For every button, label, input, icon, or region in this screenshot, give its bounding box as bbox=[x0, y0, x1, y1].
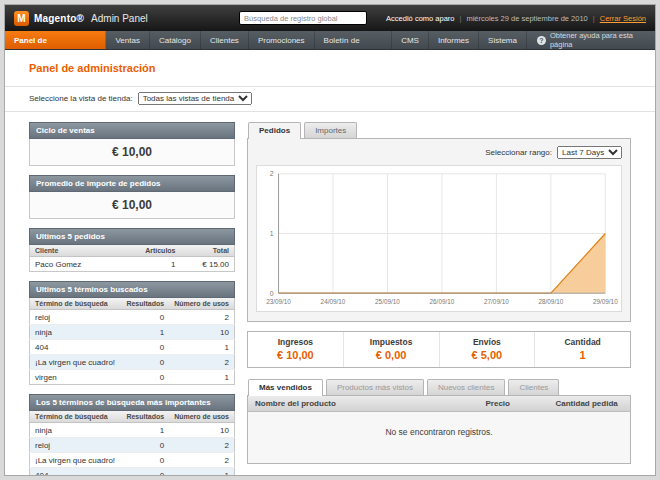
column-header: Resultados bbox=[121, 411, 169, 423]
svg-text:24/09/10: 24/09/10 bbox=[321, 298, 346, 305]
table-row[interactable]: 404 0 1 bbox=[30, 468, 235, 476]
column-header: Término de búsqueda bbox=[30, 411, 122, 423]
products-table: Nombre del producto Precio Cantidad pedi… bbox=[247, 396, 631, 464]
nav-item-reports[interactable]: Informes bbox=[429, 31, 479, 49]
stat-value: € 10,00 bbox=[248, 349, 343, 361]
header-separator: | bbox=[459, 14, 461, 23]
nav-item-customers[interactable]: Clientes bbox=[201, 31, 249, 49]
header-separator: | bbox=[593, 14, 595, 23]
cell-term: 404 bbox=[30, 340, 122, 355]
store-view-select[interactable]: Todas las vistas de tienda bbox=[138, 92, 252, 105]
cell-total: € 15.00 bbox=[181, 257, 235, 272]
svg-text:29/09/10: 29/09/10 bbox=[593, 298, 618, 305]
svg-text:23/09/10: 23/09/10 bbox=[266, 298, 291, 305]
table-row[interactable]: 404 0 1 bbox=[30, 340, 235, 355]
magento-logo-icon: M bbox=[14, 11, 29, 26]
cell-results: 0 bbox=[121, 453, 169, 468]
lifetime-sales-header: Ciclo de ventas bbox=[29, 122, 235, 139]
cell-term: ninja bbox=[30, 423, 122, 438]
nav-item-dashboard[interactable]: Panel de administración bbox=[5, 31, 106, 49]
table-row[interactable]: virgen 0 1 bbox=[30, 370, 235, 385]
help-link[interactable]: ? Obtener ayuda para esta página bbox=[527, 31, 655, 49]
cell-uses: 2 bbox=[169, 438, 234, 453]
tab-customers[interactable]: Clientes bbox=[508, 379, 559, 395]
cell-results: 0 bbox=[121, 340, 169, 355]
nav-item-system[interactable]: Sistema bbox=[479, 31, 527, 49]
tab-most-viewed[interactable]: Productos más vistos bbox=[326, 379, 424, 395]
range-label: Seleccionar rango: bbox=[485, 148, 552, 157]
table-row[interactable]: ninja 1 10 bbox=[30, 325, 235, 340]
empty-message: No se encontraron registros. bbox=[248, 411, 631, 463]
left-column: Ciclo de ventas € 10,00 Promedio de impo… bbox=[29, 122, 235, 475]
cell-term: reloj bbox=[30, 438, 122, 453]
main-nav: Panel de administración Ventas Catálogo … bbox=[5, 31, 655, 50]
cell-term: ¡La virgen que cuadro! bbox=[30, 355, 122, 370]
range-select[interactable]: Last 7 Days bbox=[557, 146, 622, 159]
svg-text:25/09/10: 25/09/10 bbox=[375, 298, 400, 305]
last-orders-panel: Ultimos 5 pedidos Cliente Artículos Tota… bbox=[29, 228, 235, 272]
global-search-input[interactable] bbox=[239, 11, 367, 25]
nav-item-promotions[interactable]: Promociones bbox=[249, 31, 315, 49]
store-view-switcher: Seleccione la vista de tienda: Todas las… bbox=[5, 86, 655, 112]
tab-importes[interactable]: Importes bbox=[304, 122, 357, 138]
range-row: Seleccionar rango: Last 7 Days bbox=[256, 146, 622, 159]
nav-item-sales[interactable]: Ventas bbox=[106, 31, 149, 49]
column-header: Término de búsqueda bbox=[30, 298, 122, 310]
chart-tab-panel: Seleccionar rango: Last 7 Days 21023/09/… bbox=[247, 139, 631, 322]
table-header-row: Término de búsqueda Resultados Número de… bbox=[30, 411, 235, 423]
svg-text:1: 1 bbox=[270, 230, 274, 237]
top-search-panel: Los 5 términos de búsqueda más important… bbox=[29, 394, 235, 475]
column-header: Resultados bbox=[121, 298, 169, 310]
average-orders-panel: Promedio de importe de pedidos € 10,00 bbox=[29, 175, 235, 219]
table-row[interactable]: reloj 0 2 bbox=[30, 310, 235, 325]
stat-value: € 5,00 bbox=[440, 349, 535, 361]
stat-label: Envíos bbox=[440, 337, 535, 347]
nav-item-cms[interactable]: CMS bbox=[392, 31, 429, 49]
store-view-label: Seleccione la vista de tienda: bbox=[29, 94, 133, 103]
table-row[interactable]: Paco Gomez 1 € 15.00 bbox=[30, 257, 235, 272]
cell-uses: 1 bbox=[169, 468, 234, 476]
nav-item-newsletter[interactable]: Boletín de noticias bbox=[315, 31, 393, 49]
cell-term: ninja bbox=[30, 325, 122, 340]
empty-row: No se encontraron registros. bbox=[248, 411, 631, 463]
title-row: Panel de administración bbox=[5, 50, 655, 82]
table-row[interactable]: ninja 1 10 bbox=[30, 423, 235, 438]
average-orders-value: € 10,00 bbox=[29, 192, 235, 219]
orders-chart: 21023/09/1024/09/1025/09/1026/09/1027/09… bbox=[257, 166, 621, 311]
cell-results: 0 bbox=[121, 468, 169, 476]
table-header-row: Término de búsqueda Resultados Número de… bbox=[30, 298, 235, 310]
column-header: Precio bbox=[479, 396, 549, 412]
right-column: Pedidos Importes Seleccionar rango: Last… bbox=[247, 122, 631, 464]
last-search-panel: Ultimos 5 términos buscados Término de b… bbox=[29, 281, 235, 385]
content-area: Panel de administración Seleccione la vi… bbox=[5, 50, 655, 475]
last-search-table: Término de búsqueda Resultados Número de… bbox=[29, 298, 235, 385]
chart-tabs: Pedidos Importes bbox=[247, 122, 631, 139]
column-header: Cliente bbox=[30, 245, 139, 257]
cell-uses: 1 bbox=[169, 340, 234, 355]
cell-uses: 2 bbox=[169, 310, 234, 325]
table-row[interactable]: ¡La virgen que cuadro! 0 2 bbox=[30, 355, 235, 370]
cell-term: reloj bbox=[30, 310, 122, 325]
chart-box: 21023/09/1024/09/1025/09/1026/09/1027/09… bbox=[256, 165, 622, 312]
bottom-tabs: Más vendidos Productos más vistos Nuevos… bbox=[247, 379, 631, 396]
cell-uses: 10 bbox=[169, 325, 234, 340]
cell-term: 404 bbox=[30, 468, 122, 476]
brand-name: Magento® bbox=[34, 13, 84, 24]
cell-term: virgen bbox=[30, 370, 122, 385]
tab-new-customers[interactable]: Nuevos clientes bbox=[427, 379, 505, 395]
column-header: Total bbox=[181, 245, 235, 257]
table-row[interactable]: reloj 0 2 bbox=[30, 438, 235, 453]
brand-suffix: Admin Panel bbox=[91, 13, 148, 24]
nav-item-catalog[interactable]: Catálogo bbox=[150, 31, 201, 49]
table-row[interactable]: ¡La virgen que cuadro! 0 2 bbox=[30, 453, 235, 468]
column-header: Número de usos bbox=[169, 411, 234, 423]
cell-items: 1 bbox=[139, 257, 181, 272]
logout-link[interactable]: Cerrar Sesión bbox=[600, 14, 646, 23]
cell-uses: 1 bbox=[169, 370, 234, 385]
header-user-area: Accedió como aparo | miércoles 29 de sep… bbox=[386, 14, 646, 23]
top-header: M Magento® Admin Panel Accedió como apar… bbox=[5, 5, 655, 31]
tab-bestsellers[interactable]: Más vendidos bbox=[248, 379, 323, 396]
tab-pedidos[interactable]: Pedidos bbox=[248, 122, 301, 139]
cell-term: ¡La virgen que cuadro! bbox=[30, 453, 122, 468]
cell-results: 0 bbox=[121, 310, 169, 325]
